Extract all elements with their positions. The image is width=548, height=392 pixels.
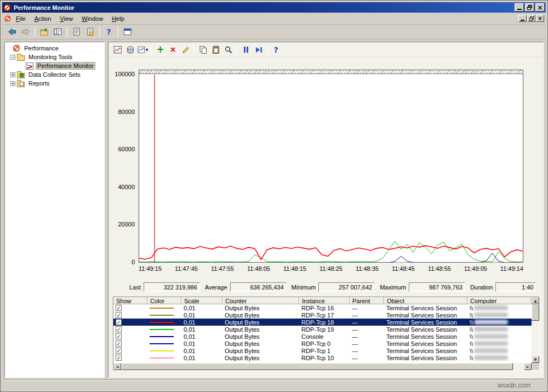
legend-column-color[interactable]: Color — [147, 297, 181, 304]
toolbar-separator — [151, 45, 152, 55]
legend-row[interactable]: ✓0,01Output BytesRDP-Tcp 0---Terminal Se… — [113, 340, 532, 347]
magnifier-icon — [224, 46, 233, 54]
checkbox-checked[interactable]: ✓ — [116, 348, 122, 354]
help-button[interactable]: ? — [102, 26, 116, 38]
tree-item-monitoring-tools[interactable]: −Monitoring Tools — [5, 53, 104, 61]
checkbox-checked[interactable]: ✓ — [116, 312, 122, 318]
horizontal-scroll-thumb[interactable] — [121, 363, 513, 370]
forward-icon — [21, 27, 30, 36]
checkbox-checked[interactable]: ✓ — [116, 319, 122, 325]
checkbox-checked[interactable]: ✓ — [116, 326, 122, 332]
legend-column-scale[interactable]: Scale — [181, 297, 222, 304]
freeze-display-button[interactable] — [239, 44, 252, 56]
legend-instance-cell: RDP-Tcp 1 — [299, 347, 350, 354]
legend-row[interactable]: ✓0,01Output BytesRDP-Tcp 19---Terminal S… — [113, 326, 532, 333]
expand-icon[interactable]: + — [10, 81, 15, 86]
minimize-button[interactable] — [515, 3, 524, 12]
mdi-child-icon — [4, 15, 12, 22]
export-list-button[interactable] — [70, 26, 83, 38]
scroll-up-button[interactable]: ▲ — [532, 297, 539, 304]
close-button[interactable]: × — [535, 3, 545, 12]
forward-button[interactable] — [19, 26, 32, 38]
scroll-right-button[interactable]: ► — [524, 363, 532, 370]
legend-row[interactable]: ✓0,01Output BytesRDP-Tcp 18---Terminal S… — [113, 319, 532, 326]
menu-window[interactable]: Window — [77, 14, 107, 24]
x-axis-tick: 11:47:55 — [211, 265, 234, 272]
add-counter-button[interactable]: + — [154, 44, 167, 56]
scroll-left-button[interactable]: ◄ — [113, 363, 121, 370]
legend-parent-cell: --- — [350, 333, 384, 340]
menu-items: FileActionViewWindowHelp — [12, 14, 129, 24]
perfmon-help-button[interactable]: ? — [270, 44, 282, 56]
vertical-scroll-thumb[interactable] — [532, 304, 539, 321]
tree-item-data-collector-sets[interactable]: +Data Collector Sets — [5, 70, 104, 79]
tree-label: Monitoring Tools — [27, 53, 74, 61]
color-swatch — [150, 350, 174, 351]
y-axis-tick: 100000 — [110, 71, 135, 77]
legend-column-parent[interactable]: Parent — [350, 297, 384, 304]
legend-row[interactable]: ✓0,01Output BytesRDP-Tcp 1---Terminal Se… — [113, 347, 532, 354]
menu-action[interactable]: Action — [30, 14, 56, 24]
legend-color-cell — [147, 304, 181, 311]
scroll-down-button[interactable]: ▼ — [532, 356, 539, 363]
x-axis-tick: 11:49:14 — [500, 265, 523, 272]
dropdown-arrow-icon: ▼ — [146, 48, 149, 52]
legend-show-cell: ✓ — [113, 354, 147, 361]
color-swatch — [150, 315, 174, 316]
legend-instance-cell: RDP-Tcp 18 — [299, 319, 350, 326]
update-data-button[interactable] — [252, 44, 265, 56]
legend-scale-cell: 0,01 — [181, 333, 222, 340]
vertical-scroll-track[interactable] — [532, 321, 539, 356]
mdi-minimize-button[interactable] — [518, 15, 527, 22]
mdi-restore-button[interactable] — [527, 15, 535, 22]
stat-label-maximum: Maximum — [380, 284, 406, 291]
legend-instance-cell: RDP-Tcp 17 — [299, 311, 350, 319]
checkbox-checked[interactable]: ✓ — [116, 340, 122, 346]
legend-row[interactable]: ✓0,01Output BytesConsole---Terminal Serv… — [113, 333, 532, 340]
menu-file[interactable]: File — [12, 14, 30, 24]
back-button[interactable] — [5, 26, 19, 38]
change-graph-type-button[interactable]: ▼ — [136, 44, 149, 56]
checkbox-checked[interactable]: ✓ — [116, 355, 122, 361]
legend-horizontal-scrollbar[interactable]: ◄ ► — [113, 363, 532, 370]
legend-show-cell: ✓ — [113, 311, 147, 319]
legend-column-object[interactable]: Object — [384, 297, 467, 304]
menu-help[interactable]: Help — [107, 14, 129, 24]
highlight-button[interactable] — [179, 44, 192, 56]
checkbox-checked[interactable]: ✓ — [116, 333, 122, 339]
restore-button[interactable] — [525, 3, 534, 12]
x-axis-tick: 11:48:15 — [283, 265, 306, 272]
legend-parent-cell: --- — [350, 311, 384, 319]
tree-item-performance-monitor[interactable]: +Performance Monitor — [5, 61, 104, 70]
legend-row[interactable]: ✓0,01Output BytesRDP-Tcp 10---Terminal S… — [113, 354, 532, 361]
new-window-button[interactable] — [121, 26, 134, 38]
legend-row[interactable]: ✓0,01Output BytesRDP-Tcp 17---Terminal S… — [113, 311, 532, 319]
delete-counter-button[interactable]: × — [167, 44, 179, 56]
legend-body: ✓0,01Output BytesRDP-Tcp 16---Terminal S… — [113, 304, 532, 361]
up-one-level-button[interactable] — [37, 26, 51, 38]
legend-counter-cell: Output Bytes — [222, 311, 299, 319]
mdi-close-button[interactable]: × — [536, 15, 544, 22]
legend-column-show[interactable]: Show — [113, 297, 147, 304]
toolbar-separator — [35, 27, 35, 37]
legend-scale-cell: 0,01 — [181, 319, 222, 326]
counter-legend: ShowColorScaleCounterInstanceParentObjec… — [113, 297, 540, 371]
copy-properties-button[interactable] — [197, 44, 209, 56]
zoom-button[interactable] — [222, 44, 235, 56]
legend-vertical-scrollbar[interactable]: ▲ ▼ — [532, 297, 539, 363]
expand-icon[interactable]: + — [10, 72, 15, 77]
properties-button[interactable] — [83, 26, 97, 38]
legend-row[interactable]: ✓0,01Output BytesRDP-Tcp 16---Terminal S… — [113, 304, 532, 311]
legend-column-instance[interactable]: Instance — [299, 297, 350, 304]
legend-column-computer[interactable]: Computer — [467, 297, 532, 304]
checkbox-checked[interactable]: ✓ — [116, 305, 122, 311]
paste-counter-list-button[interactable] — [209, 44, 222, 56]
show-hide-console-tree-button[interactable] — [51, 26, 65, 38]
menu-view[interactable]: View — [55, 14, 77, 24]
tree-item-performance[interactable]: +Performance — [5, 44, 104, 53]
collapse-icon[interactable]: − — [10, 55, 15, 60]
tree-item-reports[interactable]: +Reports — [5, 79, 104, 88]
legend-column-counter[interactable]: Counter — [222, 297, 299, 304]
tree-label: Reports — [27, 79, 52, 87]
y-axis: 100000800006000040000200000 — [110, 42, 136, 278]
